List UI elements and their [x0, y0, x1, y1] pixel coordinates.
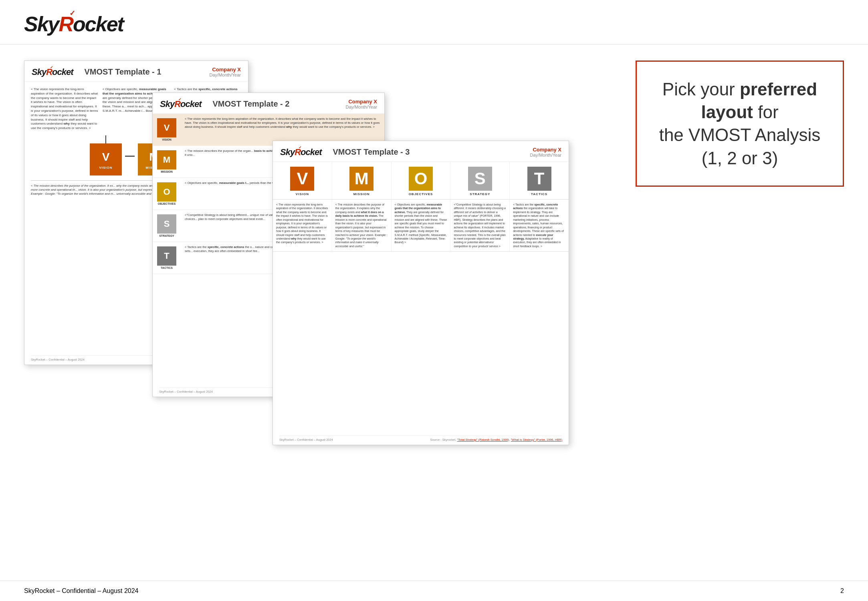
t2-tactics-icon-cell: T TACTICS	[153, 242, 181, 274]
t2-strategy-icon-label: STRATEGY	[159, 234, 174, 237]
t2-header: SkyRocket VMOST Template - 2 Company X D…	[153, 93, 384, 114]
t3-strategy-col-label: STRATEGY	[470, 192, 490, 196]
top-bar: SkyRocket	[0, 0, 868, 44]
t3-mission-col: M MISSION < The mission describes the pu…	[332, 162, 392, 251]
t2-date: Day/Month/Year	[346, 105, 377, 109]
t3-mission-col-label: MISSION	[353, 192, 370, 196]
t2-vision-icon: V	[157, 118, 176, 137]
t3-company: Company X	[530, 147, 561, 153]
t1-header: SkyRocket VMOST Template - 1 Company X D…	[24, 61, 248, 82]
t3-objectives-col: O OBJECTIVES < Objectives are specific, …	[392, 162, 451, 251]
t2-vision-letter: V	[164, 123, 170, 133]
t3-tactics-col-header: T TACTICS	[510, 162, 569, 200]
t3-objectives-col-content: < Objectives are specific, measurable go…	[392, 200, 450, 248]
t3-date: Day/Month/Year	[530, 153, 561, 157]
t1-date: Day/Month/Year	[210, 73, 241, 77]
t3-vision-col-label: VISION	[296, 192, 309, 196]
logo-r: R	[59, 12, 73, 36]
t2-objectives-letter: O	[163, 187, 170, 197]
template-3-card: SkyRocket VMOST Template - 3 Company X D…	[273, 141, 569, 445]
t3-tactics-big-letter: T	[527, 167, 551, 191]
t3-strategy-col-header: S STRATEGY	[450, 162, 509, 200]
t3-tactics-col-content: < Tactics are the specific, concrete act…	[510, 200, 569, 251]
t3-footer-right-prefix: Source : Skyrocket,	[430, 438, 457, 442]
t2-vision-icon-label: VISION	[162, 138, 172, 141]
t3-header: SkyRocket VMOST Template - 3 Company X D…	[273, 141, 569, 162]
t3-objectives-col-label: OBJECTIVES	[409, 192, 433, 196]
t1-col-vision: < The vision represents the long-term as…	[31, 87, 99, 131]
templates-area: SkyRocket VMOST Template - 1 Company X D…	[24, 61, 620, 573]
t1-vision-text: < The vision represents the long-term as…	[31, 87, 98, 130]
t3-tactics-col-label: TACTICS	[531, 192, 547, 196]
vision-box: V VISION	[90, 143, 122, 175]
t3-columns-header: V VISION < The vision represents the lon…	[273, 162, 569, 252]
logo-sky: Sky	[24, 12, 59, 36]
t3-tactics-col: T TACTICS < Tactics are the specific, co…	[510, 162, 569, 251]
slide: SkyRocket SkyRocket VMOST Template - 1 C…	[0, 0, 868, 601]
t2-strategy-icon: S	[157, 214, 176, 234]
t2-tactics-letter: T	[164, 251, 169, 261]
footer-page-number: 2	[840, 587, 844, 595]
vision-label: VISION	[99, 165, 112, 170]
t2-strategy-letter: S	[164, 219, 170, 229]
t2-tactics-icon-label: TACTICS	[161, 266, 173, 269]
main-content: SkyRocket VMOST Template - 1 Company X D…	[0, 44, 868, 581]
t2-objectives-icon-label: OBJECTIVES	[158, 202, 176, 205]
t3-vision-col: V VISION < The vision represents the lon…	[273, 162, 332, 251]
t3-footer-link1[interactable]: "Total Strategy" (Rakesh Sondhi, 1999)	[457, 438, 509, 442]
t2-logo: SkyRocket	[160, 99, 202, 109]
preferred-layout-bold: preferred layout	[701, 79, 817, 122]
t3-mission-col-content: < The mission describes the purpose of t…	[332, 200, 391, 251]
logo-rocket: ocket	[73, 12, 123, 36]
t2-objectives-icon-cell: O OBJECTIVES	[153, 178, 181, 210]
t3-footer-left: SkyRocket – Confidential – August 2024	[279, 438, 333, 442]
main-logo: SkyRocket	[24, 12, 123, 36]
right-panel: Pick your preferred layout for the VMOST…	[636, 61, 844, 573]
t2-tactics-icon: T	[157, 246, 176, 266]
dash-left: —	[125, 149, 135, 162]
t3-logo: SkyRocket	[280, 147, 322, 157]
pick-layout-box: Pick your preferred layout for the VMOST…	[636, 61, 844, 187]
t3-footer-right: Source : Skyrocket, "Total Strategy" (Ra…	[430, 438, 562, 442]
t2-mission-letter: M	[163, 155, 170, 165]
t2-objectives-icon: O	[157, 182, 176, 202]
t3-footer-link2[interactable]: "What is Strategy" (Porter, 1996, HBR)	[511, 438, 562, 442]
t3-vision-col-content: < The vision represents the long-term as…	[273, 200, 332, 248]
footer-left-text: SkyRocket – Confidential – August 2024	[24, 587, 139, 595]
t3-objectives-big-letter: O	[409, 167, 433, 191]
t2-mission-icon: M	[157, 150, 176, 169]
t3-strategy-col: S STRATEGY <"Competitive Strategy is abo…	[450, 162, 510, 251]
t2-vision-icon-cell: V VISION	[153, 114, 181, 145]
t3-footer: SkyRocket – Confidential – August 2024 S…	[279, 436, 562, 442]
t3-vision-big-letter: V	[290, 167, 314, 191]
t1-title: VMOST Template - 1	[85, 67, 161, 77]
t3-mission-big-letter: M	[349, 167, 373, 191]
t3-title: VMOST Template - 3	[333, 147, 410, 157]
t2-company: Company X	[346, 99, 377, 105]
t1-logo: SkyRocket	[32, 67, 73, 77]
t3-strategy-col-content: <"Competitive Strategy is about being di…	[450, 200, 509, 251]
t3-vision-col-header: V VISION	[273, 162, 332, 200]
t3-mission-col-header: M MISSION	[332, 162, 391, 200]
t2-title: VMOST Template - 2	[213, 99, 290, 109]
t3-strategy-big-letter: S	[468, 167, 492, 191]
t2-strategy-icon-cell: S STRATEGY	[153, 210, 181, 242]
page-footer: SkyRocket – Confidential – August 2024 2	[0, 581, 868, 601]
pick-layout-text: Pick your preferred layout for the VMOST…	[651, 78, 829, 169]
t1-company: Company X	[210, 67, 241, 73]
t3-objectives-col-header: O OBJECTIVES	[392, 162, 450, 200]
t2-footer-left: SkyRocket – Confidential – August 2024	[159, 390, 213, 393]
t2-mission-icon-label: MISSION	[161, 170, 173, 173]
t2-mission-icon-cell: M MISSION	[153, 146, 181, 177]
t1-footer-left: SkyRocket – Confidential – August 2024	[31, 358, 85, 361]
